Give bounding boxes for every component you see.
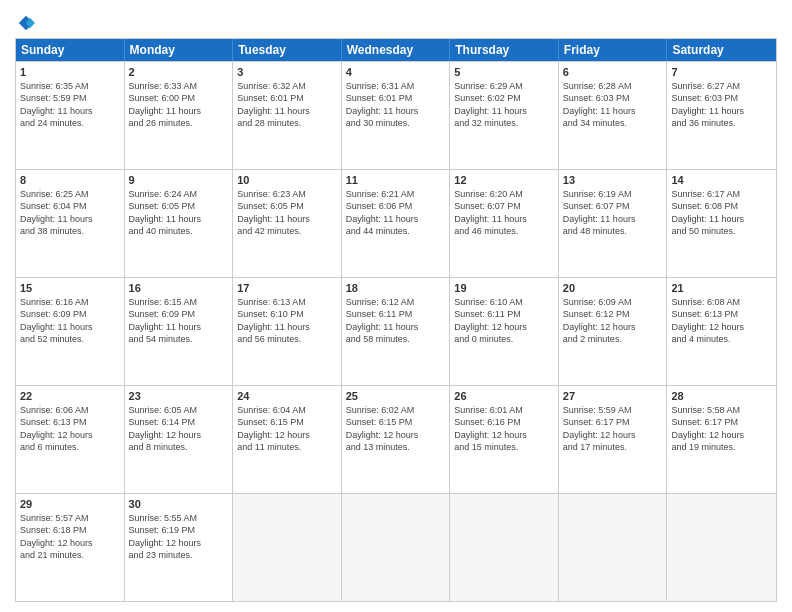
day-number: 2	[129, 65, 229, 79]
cell-details: Sunrise: 6:31 AMSunset: 6:01 PMDaylight:…	[346, 80, 446, 129]
calendar-header-day: Tuesday	[233, 39, 342, 61]
calendar-cell: 27Sunrise: 5:59 AMSunset: 6:17 PMDayligh…	[559, 386, 668, 493]
cell-details: Sunrise: 6:29 AMSunset: 6:02 PMDaylight:…	[454, 80, 554, 129]
calendar-cell: 11Sunrise: 6:21 AMSunset: 6:06 PMDayligh…	[342, 170, 451, 277]
cell-details: Sunrise: 6:02 AMSunset: 6:15 PMDaylight:…	[346, 404, 446, 453]
day-number: 9	[129, 173, 229, 187]
cell-details: Sunrise: 5:55 AMSunset: 6:19 PMDaylight:…	[129, 512, 229, 561]
calendar-row: 8Sunrise: 6:25 AMSunset: 6:04 PMDaylight…	[16, 169, 776, 277]
calendar-header-day: Thursday	[450, 39, 559, 61]
cell-details: Sunrise: 6:24 AMSunset: 6:05 PMDaylight:…	[129, 188, 229, 237]
cell-details: Sunrise: 6:21 AMSunset: 6:06 PMDaylight:…	[346, 188, 446, 237]
day-number: 18	[346, 281, 446, 295]
day-number: 25	[346, 389, 446, 403]
calendar-body: 1Sunrise: 6:35 AMSunset: 5:59 PMDaylight…	[16, 61, 776, 601]
calendar-cell: 17Sunrise: 6:13 AMSunset: 6:10 PMDayligh…	[233, 278, 342, 385]
day-number: 29	[20, 497, 120, 511]
day-number: 5	[454, 65, 554, 79]
calendar-cell: 12Sunrise: 6:20 AMSunset: 6:07 PMDayligh…	[450, 170, 559, 277]
cell-details: Sunrise: 6:33 AMSunset: 6:00 PMDaylight:…	[129, 80, 229, 129]
cell-details: Sunrise: 6:01 AMSunset: 6:16 PMDaylight:…	[454, 404, 554, 453]
calendar-cell: 29Sunrise: 5:57 AMSunset: 6:18 PMDayligh…	[16, 494, 125, 601]
cell-details: Sunrise: 5:57 AMSunset: 6:18 PMDaylight:…	[20, 512, 120, 561]
logo-icon	[17, 14, 35, 32]
cell-details: Sunrise: 6:05 AMSunset: 6:14 PMDaylight:…	[129, 404, 229, 453]
calendar-cell: 20Sunrise: 6:09 AMSunset: 6:12 PMDayligh…	[559, 278, 668, 385]
calendar-header-day: Friday	[559, 39, 668, 61]
cell-details: Sunrise: 6:28 AMSunset: 6:03 PMDaylight:…	[563, 80, 663, 129]
calendar-cell	[342, 494, 451, 601]
calendar-cell: 19Sunrise: 6:10 AMSunset: 6:11 PMDayligh…	[450, 278, 559, 385]
cell-details: Sunrise: 6:04 AMSunset: 6:15 PMDaylight:…	[237, 404, 337, 453]
cell-details: Sunrise: 6:25 AMSunset: 6:04 PMDaylight:…	[20, 188, 120, 237]
calendar-cell	[450, 494, 559, 601]
calendar-row: 15Sunrise: 6:16 AMSunset: 6:09 PMDayligh…	[16, 277, 776, 385]
calendar-cell	[233, 494, 342, 601]
calendar-cell: 3Sunrise: 6:32 AMSunset: 6:01 PMDaylight…	[233, 62, 342, 169]
cell-details: Sunrise: 6:06 AMSunset: 6:13 PMDaylight:…	[20, 404, 120, 453]
cell-details: Sunrise: 6:19 AMSunset: 6:07 PMDaylight:…	[563, 188, 663, 237]
day-number: 7	[671, 65, 772, 79]
calendar-cell: 15Sunrise: 6:16 AMSunset: 6:09 PMDayligh…	[16, 278, 125, 385]
cell-details: Sunrise: 6:35 AMSunset: 5:59 PMDaylight:…	[20, 80, 120, 129]
calendar-cell: 5Sunrise: 6:29 AMSunset: 6:02 PMDaylight…	[450, 62, 559, 169]
calendar-row: 22Sunrise: 6:06 AMSunset: 6:13 PMDayligh…	[16, 385, 776, 493]
cell-details: Sunrise: 6:32 AMSunset: 6:01 PMDaylight:…	[237, 80, 337, 129]
calendar-row: 1Sunrise: 6:35 AMSunset: 5:59 PMDaylight…	[16, 61, 776, 169]
calendar-header: SundayMondayTuesdayWednesdayThursdayFrid…	[16, 39, 776, 61]
calendar-cell: 1Sunrise: 6:35 AMSunset: 5:59 PMDaylight…	[16, 62, 125, 169]
cell-details: Sunrise: 6:13 AMSunset: 6:10 PMDaylight:…	[237, 296, 337, 345]
page: SundayMondayTuesdayWednesdayThursdayFrid…	[0, 0, 792, 612]
day-number: 14	[671, 173, 772, 187]
calendar-cell: 8Sunrise: 6:25 AMSunset: 6:04 PMDaylight…	[16, 170, 125, 277]
cell-details: Sunrise: 6:17 AMSunset: 6:08 PMDaylight:…	[671, 188, 772, 237]
header	[15, 10, 777, 32]
calendar-cell: 16Sunrise: 6:15 AMSunset: 6:09 PMDayligh…	[125, 278, 234, 385]
day-number: 20	[563, 281, 663, 295]
calendar-cell: 14Sunrise: 6:17 AMSunset: 6:08 PMDayligh…	[667, 170, 776, 277]
day-number: 10	[237, 173, 337, 187]
calendar-cell: 10Sunrise: 6:23 AMSunset: 6:05 PMDayligh…	[233, 170, 342, 277]
calendar-cell	[667, 494, 776, 601]
day-number: 30	[129, 497, 229, 511]
day-number: 13	[563, 173, 663, 187]
cell-details: Sunrise: 6:10 AMSunset: 6:11 PMDaylight:…	[454, 296, 554, 345]
day-number: 17	[237, 281, 337, 295]
calendar-cell: 18Sunrise: 6:12 AMSunset: 6:11 PMDayligh…	[342, 278, 451, 385]
logo	[15, 10, 35, 32]
day-number: 19	[454, 281, 554, 295]
calendar-cell: 28Sunrise: 5:58 AMSunset: 6:17 PMDayligh…	[667, 386, 776, 493]
calendar-cell: 24Sunrise: 6:04 AMSunset: 6:15 PMDayligh…	[233, 386, 342, 493]
calendar-cell: 9Sunrise: 6:24 AMSunset: 6:05 PMDaylight…	[125, 170, 234, 277]
cell-details: Sunrise: 6:20 AMSunset: 6:07 PMDaylight:…	[454, 188, 554, 237]
calendar-header-day: Monday	[125, 39, 234, 61]
day-number: 12	[454, 173, 554, 187]
cell-details: Sunrise: 5:58 AMSunset: 6:17 PMDaylight:…	[671, 404, 772, 453]
day-number: 28	[671, 389, 772, 403]
day-number: 11	[346, 173, 446, 187]
calendar-header-day: Saturday	[667, 39, 776, 61]
day-number: 21	[671, 281, 772, 295]
calendar-cell: 22Sunrise: 6:06 AMSunset: 6:13 PMDayligh…	[16, 386, 125, 493]
day-number: 15	[20, 281, 120, 295]
day-number: 3	[237, 65, 337, 79]
calendar-header-day: Wednesday	[342, 39, 451, 61]
cell-details: Sunrise: 6:09 AMSunset: 6:12 PMDaylight:…	[563, 296, 663, 345]
calendar-header-day: Sunday	[16, 39, 125, 61]
cell-details: Sunrise: 6:16 AMSunset: 6:09 PMDaylight:…	[20, 296, 120, 345]
day-number: 22	[20, 389, 120, 403]
cell-details: Sunrise: 6:15 AMSunset: 6:09 PMDaylight:…	[129, 296, 229, 345]
day-number: 23	[129, 389, 229, 403]
calendar-cell: 23Sunrise: 6:05 AMSunset: 6:14 PMDayligh…	[125, 386, 234, 493]
cell-details: Sunrise: 5:59 AMSunset: 6:17 PMDaylight:…	[563, 404, 663, 453]
cell-details: Sunrise: 6:08 AMSunset: 6:13 PMDaylight:…	[671, 296, 772, 345]
day-number: 1	[20, 65, 120, 79]
cell-details: Sunrise: 6:23 AMSunset: 6:05 PMDaylight:…	[237, 188, 337, 237]
calendar-cell: 7Sunrise: 6:27 AMSunset: 6:03 PMDaylight…	[667, 62, 776, 169]
calendar-cell: 6Sunrise: 6:28 AMSunset: 6:03 PMDaylight…	[559, 62, 668, 169]
cell-details: Sunrise: 6:27 AMSunset: 6:03 PMDaylight:…	[671, 80, 772, 129]
day-number: 6	[563, 65, 663, 79]
calendar-row: 29Sunrise: 5:57 AMSunset: 6:18 PMDayligh…	[16, 493, 776, 601]
day-number: 8	[20, 173, 120, 187]
day-number: 27	[563, 389, 663, 403]
